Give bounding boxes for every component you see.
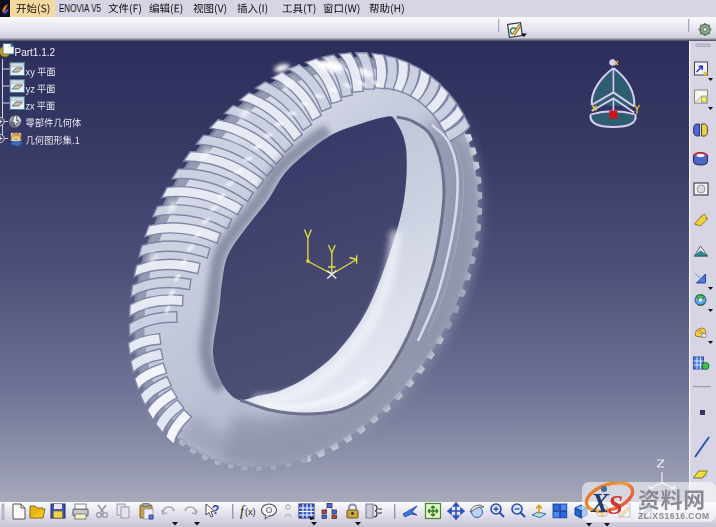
- svg-text:(x): (x): [245, 507, 256, 517]
- svg-text:Part1.1.2: Part1.1.2: [15, 47, 56, 58]
- svg-text:ENOVIA V5: ENOVIA V5: [59, 3, 101, 14]
- svg-text:X: X: [590, 488, 610, 518]
- svg-text:ZL.XS1616.COM: ZL.XS1616.COM: [638, 511, 710, 521]
- svg-text:?: ?: [212, 503, 219, 517]
- svg-text:S: S: [608, 490, 623, 520]
